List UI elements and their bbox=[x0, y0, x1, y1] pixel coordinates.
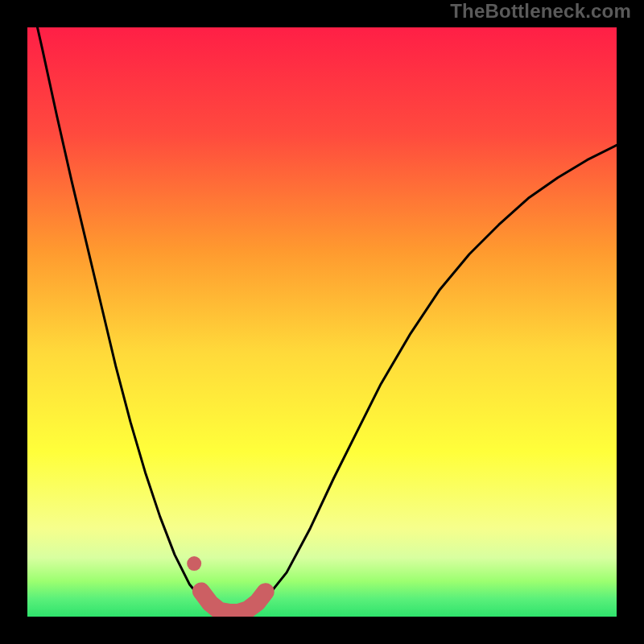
plot-area bbox=[27, 27, 617, 617]
gradient-background bbox=[27, 27, 617, 617]
watermark-text: TheBottleneck.com bbox=[450, 0, 631, 23]
chart-svg bbox=[27, 27, 617, 617]
chart-frame: TheBottleneck.com bbox=[0, 0, 644, 644]
highlight-dot bbox=[187, 556, 201, 571]
